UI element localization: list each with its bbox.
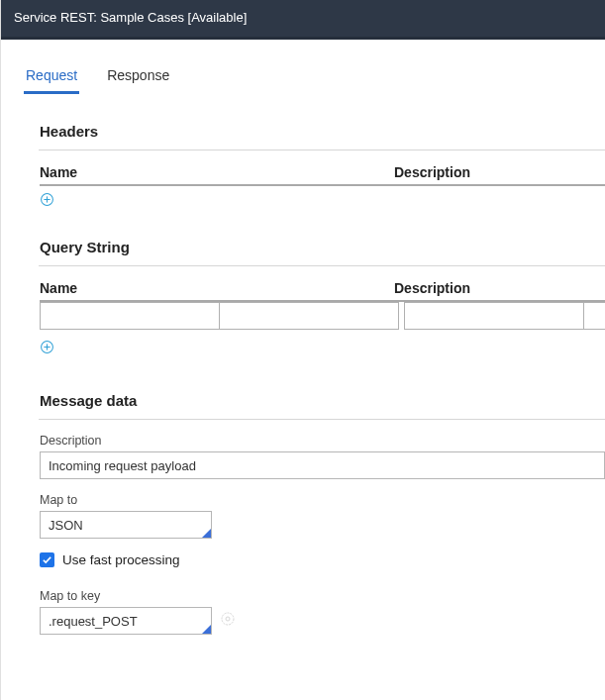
- page: Service REST: Sample Cases [Available] R…: [0, 0, 605, 700]
- page-title: Service REST: Sample Cases [Available]: [14, 10, 247, 25]
- headers-col-desc: Description: [394, 164, 605, 180]
- divider: [40, 184, 605, 186]
- svg-point-6: [222, 613, 234, 625]
- divider: [39, 419, 605, 420]
- add-header-icon[interactable]: [40, 192, 54, 207]
- svg-point-7: [226, 617, 230, 621]
- map-to-label: Map to: [40, 493, 605, 507]
- headers-table-head: Name Description: [40, 164, 605, 184]
- tab-request[interactable]: Request: [24, 61, 79, 94]
- map-to-key-wrap: [40, 607, 212, 635]
- message-data-title: Message data: [40, 392, 605, 409]
- map-to-select-wrap: [40, 511, 212, 539]
- query-table: Name Description: [40, 280, 605, 358]
- description-label: Description: [40, 434, 605, 448]
- headers-section: Headers Name Description: [0, 123, 605, 211]
- query-name-input-2[interactable]: [220, 302, 399, 330]
- headers-col-name: Name: [40, 164, 394, 180]
- fast-processing-row: Use fast processing: [40, 552, 605, 567]
- query-col-name: Name: [40, 280, 394, 296]
- description-field: Description: [40, 434, 605, 479]
- map-to-select[interactable]: [40, 511, 212, 539]
- fast-processing-checkbox[interactable]: [40, 552, 54, 567]
- description-input[interactable]: [40, 451, 605, 479]
- content-area: Request Response Headers Name Descriptio…: [0, 40, 605, 664]
- query-desc-input-2[interactable]: [584, 302, 605, 330]
- divider: [39, 265, 605, 266]
- query-title: Query String: [40, 239, 605, 255]
- headers-title: Headers: [40, 123, 605, 140]
- map-to-key-field: Map to key: [40, 589, 605, 635]
- headers-table: Name Description: [40, 164, 605, 211]
- divider: [39, 150, 605, 150]
- query-name-input[interactable]: [40, 302, 220, 330]
- query-table-head: Name Description: [40, 280, 605, 300]
- map-to-key-input[interactable]: [40, 607, 212, 635]
- message-data-section: Message data Description Map to: [0, 392, 605, 635]
- map-to-field: Map to: [40, 493, 605, 539]
- query-col-desc: Description: [394, 280, 605, 296]
- headers-add-row: [40, 192, 605, 211]
- map-to-key-row: [40, 607, 605, 635]
- tab-response[interactable]: Response: [105, 61, 171, 94]
- query-add-row: [40, 340, 605, 358]
- fast-processing-label: Use fast processing: [62, 552, 180, 567]
- query-desc-input[interactable]: [404, 302, 584, 330]
- map-to-key-label: Map to key: [40, 589, 605, 603]
- gear-icon[interactable]: [220, 611, 236, 631]
- title-bar: Service REST: Sample Cases [Available]: [0, 0, 605, 40]
- query-section: Query String Name Description: [0, 239, 605, 358]
- add-query-icon[interactable]: [40, 340, 54, 354]
- tab-strip: Request Response: [0, 40, 605, 95]
- query-row: [40, 302, 605, 330]
